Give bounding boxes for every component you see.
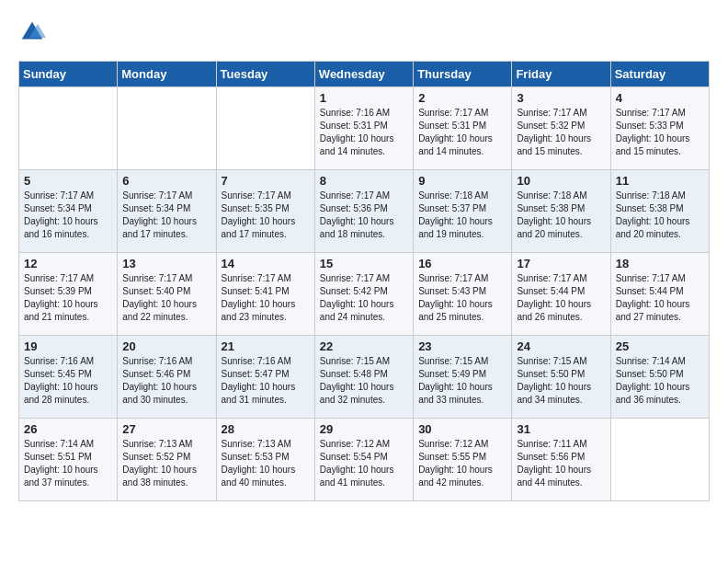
day-number: 10 xyxy=(517,174,605,188)
day-info: Sunrise: 7:17 AM Sunset: 5:43 PM Dayligh… xyxy=(418,272,506,324)
day-info: Sunrise: 7:17 AM Sunset: 5:39 PM Dayligh… xyxy=(24,272,112,324)
calendar-cell: 28Sunrise: 7:13 AM Sunset: 5:53 PM Dayli… xyxy=(216,419,314,501)
day-number: 21 xyxy=(222,339,310,353)
calendar-cell: 21Sunrise: 7:16 AM Sunset: 5:47 PM Dayli… xyxy=(216,336,314,419)
day-number: 11 xyxy=(616,174,704,188)
calendar-cell: 17Sunrise: 7:17 AM Sunset: 5:44 PM Dayli… xyxy=(512,253,610,336)
day-number: 2 xyxy=(418,91,506,105)
day-info: Sunrise: 7:14 AM Sunset: 5:51 PM Dayligh… xyxy=(24,438,112,489)
calendar-cell: 29Sunrise: 7:12 AM Sunset: 5:54 PM Dayli… xyxy=(314,419,413,501)
calendar-cell: 12Sunrise: 7:17 AM Sunset: 5:39 PM Dayli… xyxy=(19,253,118,336)
day-info: Sunrise: 7:15 AM Sunset: 5:50 PM Dayligh… xyxy=(517,355,605,407)
day-number: 12 xyxy=(24,257,112,270)
day-info: Sunrise: 7:17 AM Sunset: 5:41 PM Dayligh… xyxy=(222,272,310,324)
calendar-table: SundayMondayTuesdayWednesdayThursdayFrid… xyxy=(18,61,710,501)
calendar-cell: 5Sunrise: 7:17 AM Sunset: 5:34 PM Daylig… xyxy=(19,170,118,253)
day-number: 14 xyxy=(222,257,310,270)
day-number: 19 xyxy=(24,339,112,353)
day-number: 24 xyxy=(517,339,605,353)
page-header xyxy=(18,18,710,46)
day-header-wednesday: Wednesday xyxy=(314,62,413,87)
calendar-cell: 24Sunrise: 7:15 AM Sunset: 5:50 PM Dayli… xyxy=(512,336,610,419)
day-info: Sunrise: 7:16 AM Sunset: 5:45 PM Dayligh… xyxy=(24,355,112,407)
calendar-cell: 8Sunrise: 7:17 AM Sunset: 5:36 PM Daylig… xyxy=(314,170,413,253)
day-number: 30 xyxy=(418,422,506,436)
day-info: Sunrise: 7:17 AM Sunset: 5:44 PM Dayligh… xyxy=(616,272,704,324)
day-number: 26 xyxy=(24,422,112,436)
week-row-2: 5Sunrise: 7:17 AM Sunset: 5:34 PM Daylig… xyxy=(19,170,710,253)
day-info: Sunrise: 7:11 AM Sunset: 5:56 PM Dayligh… xyxy=(517,438,605,489)
calendar-cell: 3Sunrise: 7:17 AM Sunset: 5:32 PM Daylig… xyxy=(512,87,610,170)
calendar-cell: 6Sunrise: 7:17 AM Sunset: 5:34 PM Daylig… xyxy=(118,170,216,253)
day-number: 16 xyxy=(418,257,506,270)
day-number: 20 xyxy=(122,339,210,353)
calendar-cell: 14Sunrise: 7:17 AM Sunset: 5:41 PM Dayli… xyxy=(216,253,314,336)
day-info: Sunrise: 7:18 AM Sunset: 5:38 PM Dayligh… xyxy=(616,190,704,241)
day-info: Sunrise: 7:12 AM Sunset: 5:55 PM Dayligh… xyxy=(418,438,506,489)
week-row-1: 1Sunrise: 7:16 AM Sunset: 5:31 PM Daylig… xyxy=(19,87,710,170)
calendar-cell: 22Sunrise: 7:15 AM Sunset: 5:48 PM Dayli… xyxy=(314,336,413,419)
calendar-cell: 9Sunrise: 7:18 AM Sunset: 5:37 PM Daylig… xyxy=(414,170,512,253)
day-info: Sunrise: 7:14 AM Sunset: 5:50 PM Dayligh… xyxy=(616,355,704,407)
day-info: Sunrise: 7:13 AM Sunset: 5:53 PM Dayligh… xyxy=(222,438,310,489)
day-info: Sunrise: 7:18 AM Sunset: 5:37 PM Dayligh… xyxy=(418,190,506,241)
day-info: Sunrise: 7:17 AM Sunset: 5:33 PM Dayligh… xyxy=(616,107,704,158)
calendar-cell: 30Sunrise: 7:12 AM Sunset: 5:55 PM Dayli… xyxy=(414,419,512,501)
day-info: Sunrise: 7:16 AM Sunset: 5:47 PM Dayligh… xyxy=(222,355,310,407)
day-info: Sunrise: 7:15 AM Sunset: 5:49 PM Dayligh… xyxy=(418,355,506,407)
day-number: 15 xyxy=(320,257,408,270)
calendar-cell: 1Sunrise: 7:16 AM Sunset: 5:31 PM Daylig… xyxy=(314,87,413,170)
day-info: Sunrise: 7:17 AM Sunset: 5:34 PM Dayligh… xyxy=(24,190,112,241)
day-header-tuesday: Tuesday xyxy=(216,62,314,87)
days-header-row: SundayMondayTuesdayWednesdayThursdayFrid… xyxy=(19,62,710,87)
calendar-cell: 27Sunrise: 7:13 AM Sunset: 5:52 PM Dayli… xyxy=(118,419,216,501)
day-header-saturday: Saturday xyxy=(610,62,709,87)
day-info: Sunrise: 7:17 AM Sunset: 5:42 PM Dayligh… xyxy=(320,272,408,324)
day-info: Sunrise: 7:17 AM Sunset: 5:44 PM Dayligh… xyxy=(517,272,605,324)
calendar-cell: 23Sunrise: 7:15 AM Sunset: 5:49 PM Dayli… xyxy=(414,336,512,419)
day-number: 8 xyxy=(320,174,408,188)
calendar-cell: 2Sunrise: 7:17 AM Sunset: 5:31 PM Daylig… xyxy=(414,87,512,170)
day-number: 22 xyxy=(320,339,408,353)
day-number: 18 xyxy=(616,257,704,270)
logo xyxy=(18,18,50,46)
day-number: 1 xyxy=(320,91,408,105)
calendar-cell: 13Sunrise: 7:17 AM Sunset: 5:40 PM Dayli… xyxy=(118,253,216,336)
day-header-monday: Monday xyxy=(118,62,216,87)
calendar-cell: 25Sunrise: 7:14 AM Sunset: 5:50 PM Dayli… xyxy=(610,336,709,419)
calendar-cell: 18Sunrise: 7:17 AM Sunset: 5:44 PM Dayli… xyxy=(610,253,709,336)
day-info: Sunrise: 7:13 AM Sunset: 5:52 PM Dayligh… xyxy=(122,438,210,489)
calendar-cell: 31Sunrise: 7:11 AM Sunset: 5:56 PM Dayli… xyxy=(512,419,610,501)
day-number: 17 xyxy=(517,257,605,270)
week-row-3: 12Sunrise: 7:17 AM Sunset: 5:39 PM Dayli… xyxy=(19,253,710,336)
day-info: Sunrise: 7:18 AM Sunset: 5:38 PM Dayligh… xyxy=(517,190,605,241)
day-number: 31 xyxy=(517,422,605,436)
day-number: 3 xyxy=(517,91,605,105)
calendar-cell xyxy=(19,87,118,170)
calendar-cell: 4Sunrise: 7:17 AM Sunset: 5:33 PM Daylig… xyxy=(610,87,709,170)
calendar-cell: 26Sunrise: 7:14 AM Sunset: 5:51 PM Dayli… xyxy=(19,419,118,501)
day-number: 9 xyxy=(418,174,506,188)
calendar-cell xyxy=(216,87,314,170)
day-number: 4 xyxy=(616,91,704,105)
calendar-cell: 16Sunrise: 7:17 AM Sunset: 5:43 PM Dayli… xyxy=(414,253,512,336)
day-info: Sunrise: 7:17 AM Sunset: 5:35 PM Dayligh… xyxy=(222,190,310,241)
logo-icon xyxy=(18,18,46,46)
day-info: Sunrise: 7:17 AM Sunset: 5:40 PM Dayligh… xyxy=(122,272,210,324)
day-number: 7 xyxy=(222,174,310,188)
day-info: Sunrise: 7:16 AM Sunset: 5:46 PM Dayligh… xyxy=(122,355,210,407)
day-info: Sunrise: 7:17 AM Sunset: 5:32 PM Dayligh… xyxy=(517,107,605,158)
day-info: Sunrise: 7:17 AM Sunset: 5:34 PM Dayligh… xyxy=(122,190,210,241)
calendar-cell xyxy=(118,87,216,170)
week-row-4: 19Sunrise: 7:16 AM Sunset: 5:45 PM Dayli… xyxy=(19,336,710,419)
calendar-cell: 20Sunrise: 7:16 AM Sunset: 5:46 PM Dayli… xyxy=(118,336,216,419)
calendar-cell: 11Sunrise: 7:18 AM Sunset: 5:38 PM Dayli… xyxy=(610,170,709,253)
day-info: Sunrise: 7:12 AM Sunset: 5:54 PM Dayligh… xyxy=(320,438,408,489)
week-row-5: 26Sunrise: 7:14 AM Sunset: 5:51 PM Dayli… xyxy=(19,419,710,501)
day-number: 6 xyxy=(122,174,210,188)
day-info: Sunrise: 7:17 AM Sunset: 5:36 PM Dayligh… xyxy=(320,190,408,241)
day-number: 27 xyxy=(122,422,210,436)
day-info: Sunrise: 7:15 AM Sunset: 5:48 PM Dayligh… xyxy=(320,355,408,407)
calendar-cell: 10Sunrise: 7:18 AM Sunset: 5:38 PM Dayli… xyxy=(512,170,610,253)
day-number: 29 xyxy=(320,422,408,436)
